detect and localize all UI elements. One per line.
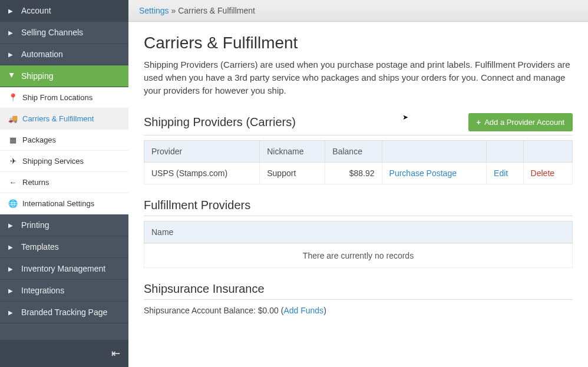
globe-icon: 🌐 (8, 199, 18, 208)
sidebar-item-label: Inventory Management (21, 264, 105, 273)
sub-item-carriers[interactable]: 🚚Carriers & Fulfillment (0, 108, 128, 130)
shipping-providers-heading: Shipping Providers (Carriers) (144, 115, 296, 129)
pin-icon: 📍 (8, 93, 18, 102)
sidebar-collapse-button[interactable]: ⇤ (0, 340, 128, 367)
col-actions (487, 141, 524, 163)
chevron-right-icon: ▶ (8, 244, 15, 250)
sub-item-label: International Settings (22, 199, 94, 208)
col-name: Name (144, 221, 573, 243)
col-actions (382, 141, 486, 163)
fulfillment-empty: There are currently no records (144, 243, 573, 268)
insurance-balance-value: $0.00 (258, 306, 279, 315)
breadcrumb-root[interactable]: Settings (139, 6, 169, 15)
insurance-heading: Shipsurance Insurance (144, 282, 265, 296)
col-provider: Provider (144, 141, 260, 163)
sidebar-item-label: Printing (21, 220, 49, 230)
sub-item-returns[interactable]: ←Returns (0, 172, 128, 193)
sub-item-label: Packages (22, 135, 56, 144)
sidebar-item-label: Shipping (21, 71, 54, 81)
add-provider-button[interactable]: +Add a Provider Account (468, 113, 573, 131)
sidebar-item-selling-channels[interactable]: ▶Selling Channels (0, 22, 128, 44)
sidebar-item-printing[interactable]: ▶Printing (0, 214, 128, 236)
plane-icon: ✈ (8, 157, 18, 166)
add-funds-link[interactable]: Add Funds (283, 306, 323, 315)
sidebar-item-label: Integrations (21, 286, 64, 295)
table-row: USPS (Stamps.com) Support $88.92 Purchas… (144, 163, 573, 184)
delete-link[interactable]: Delete (531, 168, 554, 178)
insurance-section: Shipsurance Insurance Shipsurance Accoun… (144, 282, 573, 315)
chevron-right-icon: ▶ (8, 222, 15, 229)
sidebar-item-templates[interactable]: ▶Templates (0, 236, 128, 258)
chevron-right-icon: ▶ (8, 287, 15, 294)
sidebar-item-label: Selling Channels (21, 28, 83, 37)
chevron-right-icon: ▶ (8, 309, 15, 316)
cell-nickname: Support (260, 163, 325, 184)
insurance-balance-label: Shipsurance Account Balance: (144, 306, 258, 315)
fulfillment-heading: Fulfillment Providers (144, 199, 250, 212)
chevron-right-icon: ▶ (8, 8, 15, 14)
sidebar-item-automation[interactable]: ▶Automation (0, 44, 128, 65)
col-nickname: Nickname (260, 141, 325, 163)
return-icon: ← (8, 178, 18, 187)
sidebar-item-integrations[interactable]: ▶Integrations (0, 280, 128, 302)
add-provider-label: Add a Provider Account (484, 118, 564, 127)
col-actions (523, 141, 572, 163)
cell-provider: USPS (Stamps.com) (144, 163, 260, 184)
page-title: Carriers & Fulfillment (144, 34, 573, 52)
page-description: Shipping Providers (Carriers) are used w… (144, 58, 573, 97)
insurance-balance-text: Shipsurance Account Balance: $0.00 (Add … (144, 306, 573, 315)
sidebar-item-account[interactable]: ▶Account (0, 0, 128, 22)
cell-balance: $88.92 (325, 163, 382, 184)
breadcrumb: Settings » Carriers & Fulfillment (128, 0, 588, 22)
sub-item-shipping-services[interactable]: ✈Shipping Services (0, 151, 128, 172)
sidebar-item-label: Templates (21, 242, 59, 252)
purchase-postage-link[interactable]: Purchase Postage (389, 168, 457, 178)
sub-item-label: Ship From Locations (22, 93, 93, 102)
sidebar-item-label: Account (21, 6, 51, 15)
paren-close: ) (323, 306, 326, 315)
shipping-providers-section: Shipping Providers (Carriers) +Add a Pro… (144, 113, 573, 184)
sub-item-label: Returns (22, 178, 49, 187)
sub-item-label: Carriers & Fulfillment (22, 114, 94, 123)
edit-link[interactable]: Edit (494, 168, 508, 178)
sidebar-item-label: Automation (21, 49, 63, 59)
chevron-right-icon: ▶ (8, 51, 15, 58)
sidebar-item-shipping[interactable]: ▶Shipping (0, 65, 128, 87)
sub-item-packages[interactable]: ▦Packages (0, 130, 128, 151)
grid-icon: ▦ (8, 135, 18, 144)
chevron-right-icon: ▶ (8, 266, 15, 272)
truck-icon: 🚚 (8, 114, 18, 123)
sidebar-item-inventory[interactable]: ▶Inventory Management (0, 258, 128, 280)
sidebar-item-label: Branded Tracking Page (21, 308, 107, 317)
sub-item-international[interactable]: 🌐International Settings (0, 193, 128, 214)
breadcrumb-current: Carriers & Fulfillment (178, 6, 255, 15)
chevron-down-icon: ▶ (9, 72, 15, 80)
fulfillment-table: Name (144, 221, 573, 243)
col-balance: Balance (325, 141, 382, 163)
sidebar: ▶Account ▶Selling Channels ▶Automation ▶… (0, 0, 128, 367)
breadcrumb-sep: » (169, 6, 179, 15)
sub-item-label: Shipping Services (22, 157, 84, 166)
shipping-providers-table: Provider Nickname Balance USPS (Stamps.c… (144, 140, 573, 184)
main-content: Settings » Carriers & Fulfillment Carrie… (128, 0, 588, 367)
sub-item-ship-from[interactable]: 📍Ship From Locations (0, 87, 128, 108)
chevron-right-icon: ▶ (8, 29, 15, 36)
collapse-icon: ⇤ (111, 348, 120, 359)
sidebar-item-branded-tracking[interactable]: ▶Branded Tracking Page (0, 302, 128, 323)
plus-icon: + (477, 118, 481, 127)
fulfillment-section: Fulfillment Providers Name There are cur… (144, 199, 573, 268)
